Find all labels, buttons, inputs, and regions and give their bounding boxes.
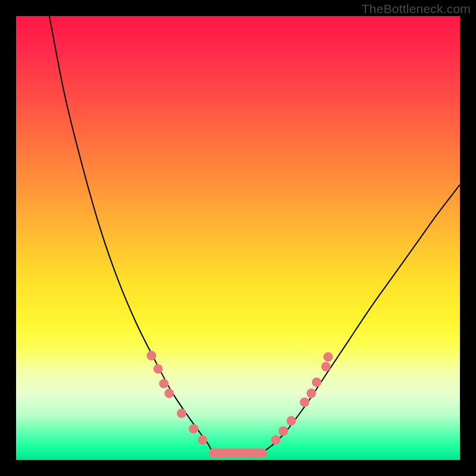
data-dot — [189, 424, 198, 434]
chart-svg — [16, 16, 460, 460]
watermark-text: TheBottleneck.com — [362, 2, 471, 16]
data-dot — [278, 427, 288, 436]
chart-frame: TheBottleneck.com — [0, 0, 476, 476]
data-dot — [287, 416, 296, 425]
flat-bottom-pill — [209, 449, 267, 458]
data-dot — [300, 397, 309, 407]
data-dot — [271, 435, 280, 444]
data-dot — [306, 389, 316, 398]
data-dot — [159, 379, 168, 389]
data-dot — [164, 389, 174, 398]
data-dot — [177, 409, 186, 418]
data-dot — [198, 435, 207, 444]
plot-area — [16, 16, 460, 460]
markers-group — [147, 351, 333, 458]
data-dot — [312, 377, 321, 387]
data-dot — [321, 362, 331, 371]
data-dot — [323, 352, 333, 362]
data-dot — [147, 351, 156, 361]
data-dot — [154, 364, 163, 374]
bottleneck-curve — [49, 16, 460, 455]
curve-group — [49, 16, 460, 455]
